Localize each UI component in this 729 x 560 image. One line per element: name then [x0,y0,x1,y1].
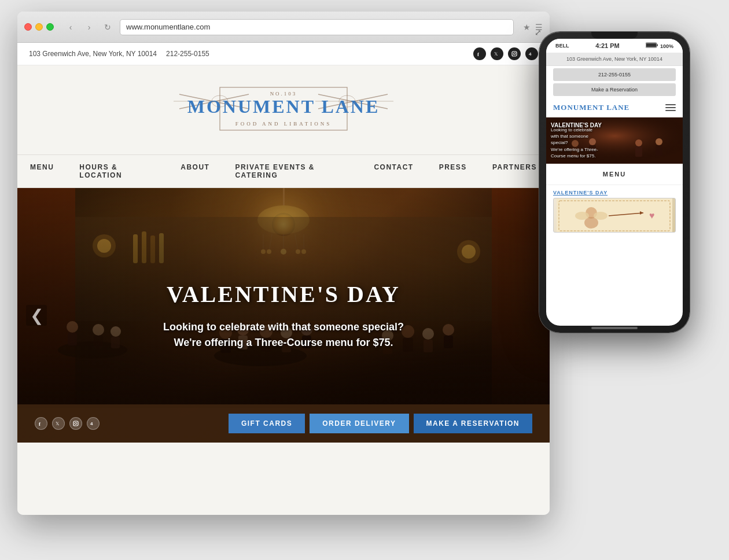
phone-card-image: ♥ [553,198,676,233]
svg-rect-2 [512,51,517,56]
svg-text:𝕏: 𝕏 [494,51,498,57]
svg-rect-73 [646,43,656,47]
phone-card-label[interactable]: VALENTINE'S DAY [553,190,676,196]
phone-hero-subtitle: Looking to celebrate with that someone s… [551,127,678,159]
hero-foursquare-link[interactable]: 4 [87,417,100,430]
nav-hours-location[interactable]: HOURS & LOCATION [67,155,168,187]
hero-action-buttons: GIFT CARDS ORDER DELIVERY MAKE A RESERVA… [229,414,532,433]
phone-menu-section: MENU [546,164,683,185]
svg-text:♥: ♥ [649,211,655,220]
phone-menu-label: MENU [553,171,676,178]
website-content: 103 Greenwich Ave, New York, NY 10014 21… [17,43,550,515]
social-links: f 𝕏 4 [473,47,538,60]
top-bar: 103 Greenwich Ave, New York, NY 10014 21… [17,43,550,65]
phone-battery: 100% [646,42,673,49]
svg-point-89 [575,212,589,220]
phone-navigation: MONUMENT LANE [546,98,683,117]
svg-text:f: f [39,421,41,426]
logo-area: NO.103 MONUMENT LANE FOOD AND LIBATIONS [17,65,550,154]
nav-buttons: ‹ › ↻ [63,20,115,35]
svg-point-3 [513,53,516,55]
make-reservation-button[interactable]: MAKE A RESERVATION [414,414,532,433]
forward-button[interactable]: › [82,20,97,35]
phone-home-indicator[interactable] [591,327,638,329]
close-button[interactable] [24,23,32,31]
phone-address: 103 Greenwich Ave, New York, NY 10014 [546,53,683,66]
phone-status-bar: BELL 4:21 PM 100% [546,39,683,53]
nav-menu[interactable]: MENU [17,155,67,187]
facebook-link[interactable]: f [473,47,486,60]
phone-carrier: BELL [555,43,569,49]
svg-text:4: 4 [90,421,93,426]
phone-hero-image: VALENTINE'S DAY Looking to celebrate wit… [546,117,683,164]
phone-phone-button[interactable]: 212-255-0155 [553,68,676,81]
svg-rect-74 [657,45,658,46]
nav-contact[interactable]: CONTACT [361,155,426,187]
foursquare-link[interactable]: 4 [525,47,538,60]
phone-hamburger-menu[interactable] [665,104,676,111]
hero-instagram-link[interactable] [69,417,82,430]
order-delivery-button[interactable]: ORDER DELIVERY [310,414,408,433]
hero-section: ❮ VALENTINE'S DAY Looking to celebrate w… [17,188,550,443]
phone-outer-shell: BELL 4:21 PM 100% 103 Greenwich Ave, New… [539,32,690,333]
phone-text: 212-255-0155 [166,50,209,58]
phone-time: 4:21 PM [595,42,620,49]
nav-private-events[interactable]: PRIVATE EVENTS & CATERING [222,155,361,187]
twitter-link[interactable]: 𝕏 [491,47,503,60]
phone-card-illustration: ♥ [554,198,675,233]
phone-device: BELL 4:21 PM 100% 103 Greenwich Ave, New… [539,32,713,367]
svg-text:f: f [477,51,480,57]
hamburger-line-3 [665,110,676,111]
minimize-button[interactable] [35,23,43,31]
browser-chrome: ‹ › ↻ www.monumentlane.com ★ ☰ [17,12,550,43]
svg-point-90 [594,212,608,220]
hero-content: VALENTINE'S DAY Looking to celebrate wit… [110,281,457,351]
logo-svg: NO.103 MONUMENT LANE FOOD AND LIBATIONS [162,77,405,141]
bookmark-icon[interactable]: ★ [523,23,531,32]
phone-valentines-section: VALENTINE'S DAY [546,185,683,237]
gift-cards-button[interactable]: GIFT CARDS [229,414,305,433]
hero-title: VALENTINE'S DAY [110,281,457,308]
phone-reservation-button[interactable]: Make a Reservation [553,83,676,96]
nav-press[interactable]: PRESS [426,155,480,187]
maximize-button[interactable] [46,23,54,31]
hamburger-line-1 [665,104,676,105]
refresh-button[interactable]: ↻ [100,20,115,35]
hero-twitter-link[interactable]: 𝕏 [52,417,65,430]
hero-facebook-link[interactable]: f [35,417,47,430]
url-text: www.monumentlane.com [126,23,210,31]
svg-text:𝕏: 𝕏 [56,421,60,426]
hero-subtitle: Looking to celebrate with that someone s… [110,319,457,351]
browser-window: ‹ › ↻ www.monumentlane.com ★ ☰ ⤢ 103 Gre… [17,12,550,515]
main-navigation: MENU HOURS & LOCATION ABOUT PRIVATE EVEN… [17,154,550,188]
nav-about[interactable]: ABOUT [168,155,222,187]
svg-text:4: 4 [529,51,532,57]
svg-text:FOOD AND LIBATIONS: FOOD AND LIBATIONS [235,121,332,127]
address-bar[interactable]: www.monumentlane.com [120,19,514,35]
svg-point-4 [516,52,516,53]
hero-social-icons: f 𝕏 4 [35,417,100,430]
logo-container: NO.103 MONUMENT LANE FOOD AND LIBATIONS [162,77,405,143]
hero-bottom-bar: f 𝕏 4 GIFT CARDS ORDER DELIVERY MAKE [17,404,550,443]
top-bar-info: 103 Greenwich Ave, New York, NY 10014 21… [29,50,209,58]
hamburger-line-2 [665,107,676,108]
traffic-lights [24,23,54,31]
address-text: 103 Greenwich Ave, New York, NY 10014 [29,50,157,58]
svg-point-70 [75,422,77,425]
svg-rect-69 [73,421,78,426]
phone-screen: BELL 4:21 PM 100% 103 Greenwich Ave, New… [546,39,683,326]
phone-logo[interactable]: MONUMENT LANE [553,103,629,112]
prev-slide-button[interactable]: ❮ [26,305,47,326]
instagram-link[interactable] [508,47,521,60]
phone-notch [591,32,638,39]
back-button[interactable]: ‹ [63,20,78,35]
